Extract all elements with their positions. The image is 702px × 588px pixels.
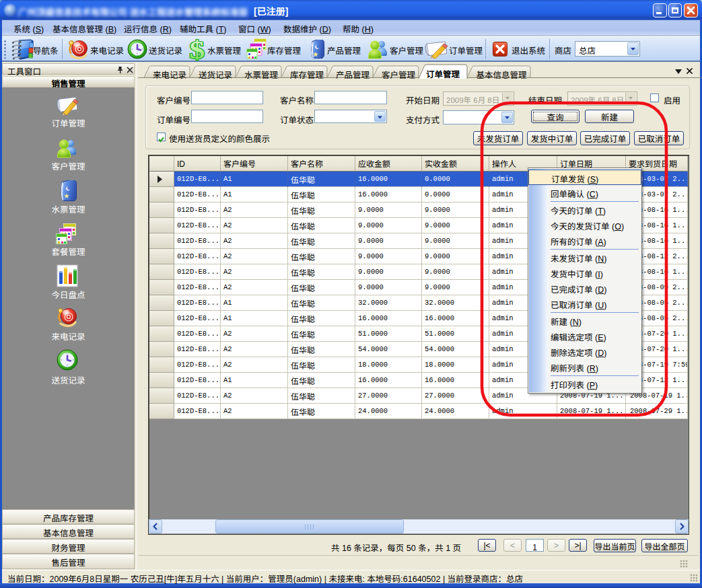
svg-text:$: $ <box>189 38 205 63</box>
